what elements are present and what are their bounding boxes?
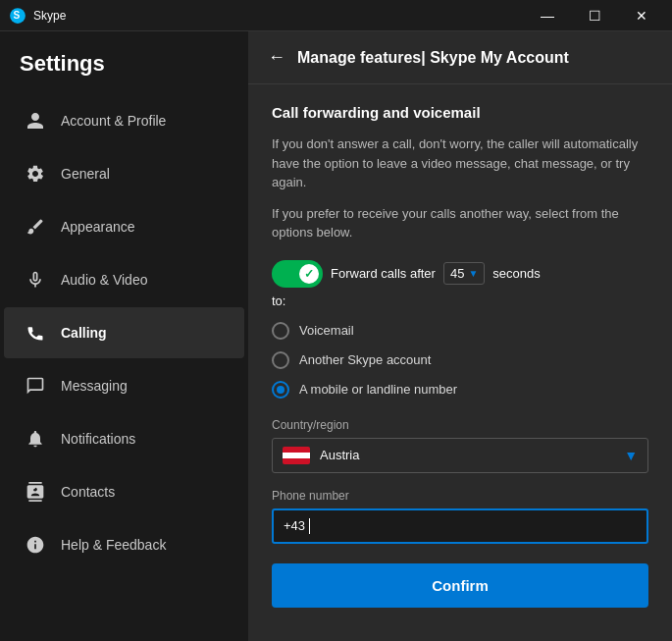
sidebar-item-contacts[interactable]: Contacts xyxy=(4,466,244,517)
svg-text:S: S xyxy=(14,10,21,21)
bell-icon xyxy=(24,427,47,451)
window-controls: — ☐ ✕ xyxy=(525,0,664,31)
paintbrush-icon xyxy=(24,215,47,239)
contacts-icon xyxy=(24,480,47,504)
content-header-title: Manage features| Skype My Account xyxy=(297,49,569,67)
content-area: ← Manage features| Skype My Account Call… xyxy=(248,31,672,641)
description-2: If you prefer to receive your calls anot… xyxy=(272,204,648,242)
sidebar-item-appearance-label: Appearance xyxy=(61,219,135,235)
back-button[interactable]: ← xyxy=(268,47,285,68)
country-dropdown-arrow: ▼ xyxy=(624,448,638,463)
radio-label-voicemail: Voicemail xyxy=(299,323,354,338)
sidebar-item-account-label: Account & Profile xyxy=(61,113,166,129)
radio-label-another-skype: Another Skype account xyxy=(299,352,431,367)
title-bar-text: Skype xyxy=(33,9,525,23)
radio-another-skype[interactable]: Another Skype account xyxy=(272,351,648,369)
sidebar-item-calling-label: Calling xyxy=(61,325,107,341)
sidebar-title: Settings xyxy=(0,41,248,94)
sidebar-item-help[interactable]: Help & Feedback xyxy=(4,519,244,570)
sidebar-item-messaging[interactable]: Messaging xyxy=(4,360,244,411)
forward-to-label: to: xyxy=(272,294,648,308)
country-name: Austria xyxy=(320,448,614,462)
forward-row: ✓ Forward calls after 45 ▼ seconds xyxy=(272,260,648,288)
radio-mobile-landline[interactable]: A mobile or landline number xyxy=(272,381,648,399)
sidebar-item-messaging-label: Messaging xyxy=(61,378,128,394)
seconds-dropdown-arrow: ▼ xyxy=(468,268,478,279)
microphone-icon xyxy=(24,268,47,292)
title-bar: S Skype — ☐ ✕ xyxy=(0,0,672,31)
chat-icon xyxy=(24,374,47,398)
phone-icon xyxy=(24,321,47,345)
confirm-button[interactable]: Confirm xyxy=(272,563,648,608)
main-container: Settings Account & Profile General xyxy=(0,31,672,641)
radio-voicemail[interactable]: Voicemail xyxy=(272,322,648,340)
country-field-label: Country/region xyxy=(272,418,648,432)
content-header: ← Manage features| Skype My Account xyxy=(248,31,672,84)
forward-label: Forward calls after xyxy=(331,266,436,281)
sidebar-item-help-label: Help & Feedback xyxy=(61,537,166,553)
phone-prefix: +43 xyxy=(284,518,305,533)
content-scroll[interactable]: Call forwarding and voicemail If you don… xyxy=(248,84,672,641)
seconds-value: 45 xyxy=(450,266,464,281)
radio-group: Voicemail Another Skype account A mobile… xyxy=(272,322,648,399)
austria-flag xyxy=(283,447,310,464)
section-title: Call forwarding and voicemail xyxy=(272,104,648,121)
sidebar-item-notifications[interactable]: Notifications xyxy=(4,413,244,464)
sidebar-item-audio-video-label: Audio & Video xyxy=(61,272,147,288)
close-button[interactable]: ✕ xyxy=(619,0,664,31)
phone-cursor xyxy=(309,518,310,534)
sidebar-item-general-label: General xyxy=(61,166,110,182)
sidebar-item-appearance[interactable]: Appearance xyxy=(4,201,244,252)
radio-circle-mobile-landline xyxy=(272,381,289,399)
phone-field-label: Phone number xyxy=(272,489,648,503)
sidebar-item-audio-video[interactable]: Audio & Video xyxy=(4,254,244,305)
gear-icon xyxy=(24,162,47,186)
maximize-button[interactable]: ☐ xyxy=(572,0,617,31)
sidebar-item-contacts-label: Contacts xyxy=(61,484,115,500)
sidebar-item-notifications-label: Notifications xyxy=(61,431,135,447)
description-1: If you don't answer a call, don't worry,… xyxy=(272,134,648,192)
radio-label-mobile-landline: A mobile or landline number xyxy=(299,382,457,397)
radio-circle-voicemail xyxy=(272,322,289,340)
sidebar: Settings Account & Profile General xyxy=(0,31,248,641)
person-icon xyxy=(24,109,47,133)
app-icon: S xyxy=(8,6,27,26)
sidebar-item-calling[interactable]: Calling xyxy=(4,307,244,358)
sidebar-item-general[interactable]: General xyxy=(4,148,244,199)
radio-circle-another-skype xyxy=(272,351,289,369)
seconds-select[interactable]: 45 ▼ xyxy=(443,262,485,285)
phone-input-container[interactable]: +43 xyxy=(272,508,648,544)
minimize-button[interactable]: — xyxy=(525,0,570,31)
seconds-unit-label: seconds xyxy=(492,266,540,281)
forward-toggle[interactable]: ✓ xyxy=(272,260,323,288)
info-icon xyxy=(24,533,47,557)
sidebar-item-account[interactable]: Account & Profile xyxy=(4,95,244,146)
country-select[interactable]: Austria ▼ xyxy=(272,438,648,473)
